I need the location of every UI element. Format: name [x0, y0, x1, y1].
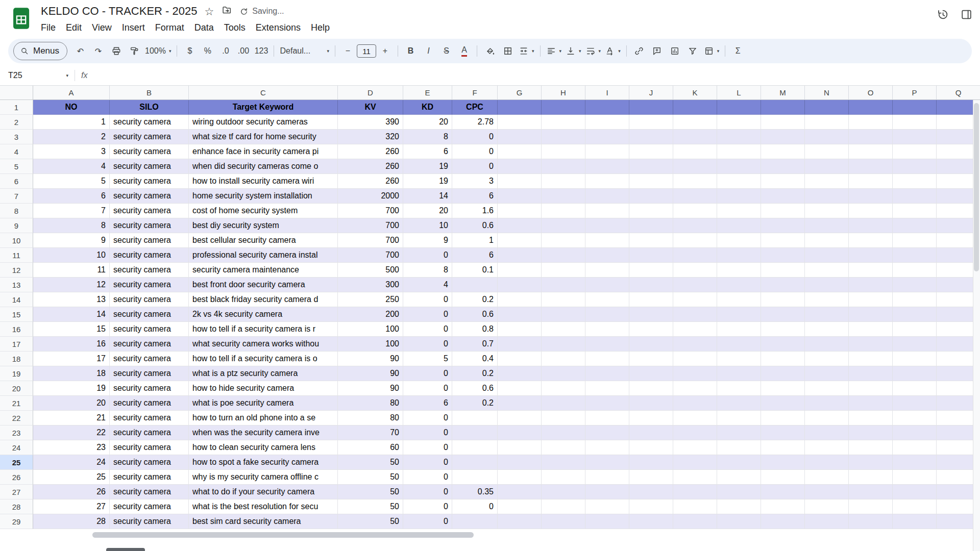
cell-F9[interactable]: 0.6 — [452, 218, 498, 233]
cell-F10[interactable]: 1 — [452, 233, 498, 248]
cell-O15[interactable] — [849, 307, 893, 322]
cell-K19[interactable] — [673, 366, 717, 381]
cell-E16[interactable]: 0 — [403, 322, 452, 337]
cell-D29[interactable]: 50 — [338, 514, 403, 529]
menu-view[interactable]: View — [87, 21, 117, 35]
cell-M10[interactable] — [761, 233, 805, 248]
cell-H26[interactable] — [542, 470, 585, 485]
cell-C13[interactable]: best front door security camera — [189, 278, 338, 292]
cell-I13[interactable] — [585, 278, 629, 292]
cell-H24[interactable] — [542, 440, 585, 455]
cell-I22[interactable] — [585, 411, 629, 425]
cell-O13[interactable] — [849, 278, 893, 292]
cell-E28[interactable]: 0 — [403, 499, 452, 514]
cell-P23[interactable] — [893, 425, 937, 440]
cell-C17[interactable]: what security camera works withou — [189, 337, 338, 352]
cell-H25[interactable] — [542, 455, 585, 470]
column-header-H[interactable]: H — [542, 86, 585, 100]
cell-O17[interactable] — [849, 337, 893, 352]
decrease-font-size-button[interactable]: − — [339, 42, 357, 60]
cell-J15[interactable] — [629, 307, 673, 322]
cell-M13[interactable] — [761, 278, 805, 292]
cell-E11[interactable]: 0 — [403, 248, 452, 263]
row-header-9[interactable]: 9 — [0, 218, 33, 233]
row-header-24[interactable]: 24 — [0, 440, 33, 455]
cell-C14[interactable]: best black friday security camera d — [189, 292, 338, 307]
cell-G12[interactable] — [498, 263, 542, 278]
column-header-K[interactable]: K — [673, 86, 717, 100]
cell-J12[interactable] — [629, 263, 673, 278]
cell-F18[interactable]: 0.4 — [452, 352, 498, 366]
cell-M4[interactable] — [761, 144, 805, 159]
cell-E13[interactable]: 4 — [403, 278, 452, 292]
row-header-22[interactable]: 22 — [0, 411, 33, 425]
cell-E29[interactable]: 0 — [403, 514, 452, 529]
cell-G28[interactable] — [498, 499, 542, 514]
select-all-corner[interactable] — [0, 86, 33, 100]
cell-I18[interactable] — [585, 352, 629, 366]
cell-G7[interactable] — [498, 189, 542, 204]
cell-J26[interactable] — [629, 470, 673, 485]
print-button[interactable] — [107, 42, 125, 60]
cell-C26[interactable]: why is my security camera offline c — [189, 470, 338, 485]
cell-D26[interactable]: 50 — [338, 470, 403, 485]
row-header-25[interactable]: 25 — [0, 455, 33, 470]
cell-K16[interactable] — [673, 322, 717, 337]
cell-D21[interactable]: 80 — [338, 396, 403, 411]
cell-N5[interactable] — [805, 159, 849, 174]
cell-L8[interactable] — [717, 204, 761, 218]
cell-K7[interactable] — [673, 189, 717, 204]
cell-O27[interactable] — [849, 485, 893, 499]
row-header-7[interactable]: 7 — [0, 189, 33, 204]
cell-G16[interactable] — [498, 322, 542, 337]
row-header-23[interactable]: 23 — [0, 425, 33, 440]
cell-P13[interactable] — [893, 278, 937, 292]
header-cell-keyword[interactable]: Target Keyword — [189, 100, 338, 115]
cell-E2[interactable]: 20 — [403, 115, 452, 130]
cell-K23[interactable] — [673, 425, 717, 440]
cell-J14[interactable] — [629, 292, 673, 307]
row-header-2[interactable]: 2 — [0, 115, 33, 130]
row-header-12[interactable]: 12 — [0, 263, 33, 278]
cell-A17[interactable]: 16 — [33, 337, 110, 352]
version-history-icon[interactable] — [936, 8, 949, 23]
cell-E25[interactable]: 0 — [403, 455, 452, 470]
chevron-down-icon[interactable]: ▾ — [66, 73, 68, 78]
cell-B3[interactable]: security camera — [110, 130, 189, 144]
cell-D10[interactable]: 700 — [338, 233, 403, 248]
cell-O28[interactable] — [849, 499, 893, 514]
row-header-1[interactable]: 1 — [0, 100, 33, 115]
menu-tools[interactable]: Tools — [219, 21, 251, 35]
cell-D28[interactable]: 50 — [338, 499, 403, 514]
cell-J20[interactable] — [629, 381, 673, 396]
strikethrough-button[interactable]: S — [437, 42, 455, 60]
cell-E7[interactable]: 14 — [403, 189, 452, 204]
cell-O9[interactable] — [849, 218, 893, 233]
cell-K25[interactable] — [673, 455, 717, 470]
cell-O3[interactable] — [849, 130, 893, 144]
cell-F23[interactable] — [452, 425, 498, 440]
header-cell-no[interactable]: NO — [33, 100, 110, 115]
cell-B29[interactable]: security camera — [110, 514, 189, 529]
cell-A18[interactable]: 17 — [33, 352, 110, 366]
cell-H21[interactable] — [542, 396, 585, 411]
cell-N3[interactable] — [805, 130, 849, 144]
cell-N8[interactable] — [805, 204, 849, 218]
cell-J5[interactable] — [629, 159, 673, 174]
cell-B6[interactable]: security camera — [110, 174, 189, 189]
cell-L18[interactable] — [717, 352, 761, 366]
column-header-F[interactable]: F — [452, 86, 498, 100]
cell-P14[interactable] — [893, 292, 937, 307]
insert-chart-button[interactable] — [666, 42, 684, 60]
cell-K10[interactable] — [673, 233, 717, 248]
cell-B28[interactable]: security camera — [110, 499, 189, 514]
cell-L25[interactable] — [717, 455, 761, 470]
cell-M29[interactable] — [761, 514, 805, 529]
vertical-align-button[interactable]: ▾ — [564, 42, 583, 60]
cell-A13[interactable]: 12 — [33, 278, 110, 292]
cell-D9[interactable]: 700 — [338, 218, 403, 233]
cell-L6[interactable] — [717, 174, 761, 189]
column-header-P[interactable]: P — [893, 86, 937, 100]
cell-G10[interactable] — [498, 233, 542, 248]
cell-O12[interactable] — [849, 263, 893, 278]
